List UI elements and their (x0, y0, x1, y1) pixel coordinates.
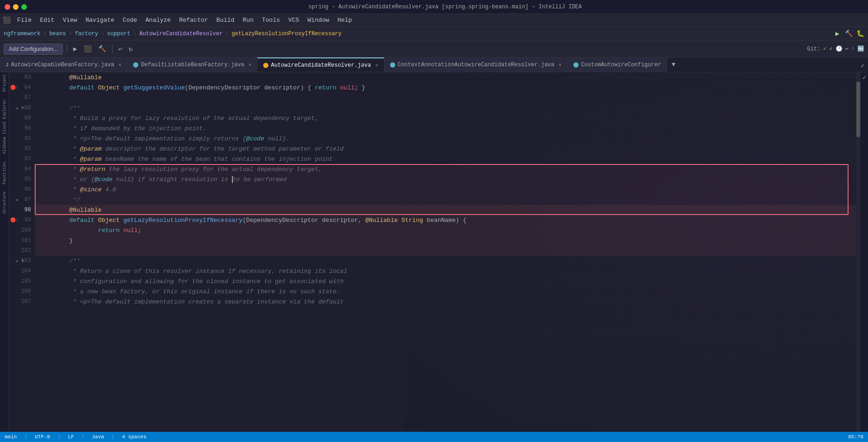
tab-close-2[interactable]: ✕ (375, 62, 378, 68)
menu-item-vcs[interactable]: VCS (285, 15, 303, 25)
build-icon[interactable]: 🔨 (845, 30, 853, 38)
tab-close-1[interactable]: ✕ (249, 62, 252, 68)
line-num-83: 83 (25, 74, 31, 81)
scrollbar-thumb[interactable] (856, 82, 860, 137)
git-push-icon[interactable]: ↑ (851, 46, 855, 52)
menu-item-tools[interactable]: Tools (258, 15, 284, 25)
line-num-89: 89 (25, 115, 31, 121)
status-cursor-pos: 95:70 (848, 434, 863, 440)
status-line-ending[interactable]: LF (68, 434, 74, 440)
tab-close-0[interactable]: ✕ (119, 62, 122, 68)
status-branch[interactable]: main (5, 434, 17, 440)
fold-88[interactable]: ▼ (21, 106, 24, 111)
line-num-92: 92 (25, 145, 31, 152)
tab-icon-4: ⬤ (573, 62, 579, 68)
title-bar: spring – AutowireCandidateResolver.java … (0, 0, 868, 14)
gutter-96: 96 (9, 184, 35, 195)
code-editor[interactable]: @Nullable default Object getSuggestedVal… (35, 72, 856, 432)
structure-label[interactable]: Structure (2, 191, 7, 214)
tab-context-annotation[interactable]: ⬤ ContextAnnotationAutowireCandidateReso… (384, 57, 568, 72)
tab-close-3[interactable]: ✕ (559, 62, 562, 68)
menu-item-view[interactable]: View (59, 15, 81, 25)
menu-item-code[interactable]: Code (119, 15, 141, 25)
left-sidebar: Project Alibaba Cloud Explorer Favorites… (0, 72, 9, 432)
menu-item-build[interactable]: Build (212, 15, 238, 25)
app-logo: ⬛ (3, 16, 11, 24)
breakpoint-84[interactable]: 🔴 (10, 85, 16, 90)
git-check-1: ✓ (823, 45, 826, 52)
breadcrumb-ngframework[interactable]: ngframework (4, 31, 40, 37)
gutter-106: 106 (9, 286, 35, 297)
run-icon[interactable]: ▶ (836, 30, 839, 38)
menu-item-run[interactable]: Run (239, 15, 257, 25)
bookmark-99[interactable]: ↓ (16, 218, 18, 222)
commit-icon[interactable]: ↩ (116, 44, 125, 54)
tab-autowire-candidate[interactable]: ⬤ AutowireCandidateResolver.java ✕ (257, 57, 384, 72)
bookmark-103[interactable]: ◇ (16, 259, 18, 264)
add-configuration-button[interactable]: Add Configuration... (4, 44, 63, 55)
code-line-94: * @return the lazy resolution proxy for … (35, 164, 856, 174)
tab-icon-1: ⬤ (133, 62, 138, 68)
gutter-101: 101 (9, 235, 35, 246)
update-icon[interactable]: ↻ (126, 44, 135, 54)
code-line-104: * Return a clone of this resolver instan… (35, 266, 856, 276)
title-bar-left (5, 4, 27, 10)
fold-103[interactable]: ▼ (21, 259, 24, 264)
tab-autowire-capable[interactable]: J AutowireCapableBeanFactory.java ✕ (0, 57, 127, 72)
gutter-88: ▼ ◇ 88 (9, 103, 35, 113)
line-num-87: 87 (25, 95, 31, 101)
line-num-99: 99 (25, 217, 31, 223)
breadcrumb-class[interactable]: AutowireCandidateResolver (139, 31, 223, 37)
favorites-label[interactable]: Favorites (2, 162, 7, 184)
menu-item-navigate[interactable]: Navigate (82, 15, 118, 25)
build-toolbar-icon[interactable]: 🔨 (96, 44, 108, 54)
bookmark-88[interactable]: ◇ (16, 106, 18, 111)
line-num-101: 101 (21, 237, 31, 244)
git-clock-icon[interactable]: 🕐 (836, 45, 843, 52)
menu-item-help[interactable]: Help (334, 15, 356, 25)
tab-more-button[interactable]: ▼ (667, 57, 680, 72)
menu-item-analyze[interactable]: Analyze (142, 15, 175, 25)
code-line-91: * <p>The default implementation simply r… (35, 133, 856, 144)
tab-defaultlistable[interactable]: ⬤ DefaultListableBeanFactory.java ✕ (127, 57, 257, 72)
line-num-91: 91 (25, 135, 31, 142)
status-language[interactable]: Java (92, 434, 104, 440)
gutter-89: 89 (9, 113, 35, 123)
run-toolbar-icon[interactable]: ▶ (71, 44, 79, 54)
gutter-98: 98 (9, 205, 35, 215)
line-gutter: 83 🔴 ↓ 84 87 ▼ ◇ 88 89 90 91 92 93 94 (9, 72, 35, 432)
menu-item-window[interactable]: Window (304, 15, 333, 25)
debug-icon[interactable]: 🐛 (856, 30, 864, 38)
menu-bar: ⬛ FileEditViewNavigateCodeAnalyzeRefacto… (0, 14, 868, 27)
stop-toolbar-icon[interactable]: ⬛ (81, 44, 94, 54)
cloud-explorer-label[interactable]: Alibaba Cloud Explorer (2, 99, 7, 154)
breadcrumb-beans[interactable]: beans (49, 31, 66, 37)
line-num-102: 102 (21, 247, 31, 254)
git-undo-icon[interactable]: ↩ (845, 45, 849, 52)
breadcrumb-method[interactable]: getLazyResolutionProxyIfNecessary (231, 31, 342, 37)
breadcrumb-support[interactable]: support (107, 31, 130, 37)
vertical-scrollbar[interactable] (856, 72, 861, 432)
breadcrumb-factory[interactable]: factory (75, 31, 98, 37)
editor-check-icon: ✓ (857, 60, 868, 72)
close-button[interactable] (5, 4, 10, 10)
status-indent[interactable]: 4 spaces (122, 434, 146, 440)
maximize-button[interactable] (21, 4, 27, 10)
breakpoint-99[interactable]: 🔴 (10, 217, 16, 223)
status-encoding[interactable]: UTF-8 (35, 434, 50, 440)
project-sidebar-label[interactable]: Project (2, 74, 7, 92)
gutter-91: 91 (9, 133, 35, 144)
minimize-button[interactable] (13, 4, 19, 10)
menu-item-edit[interactable]: Edit (36, 15, 58, 25)
menu-item-file[interactable]: File (13, 15, 35, 25)
fold-end-97[interactable]: ◇ (16, 197, 18, 202)
tab-custom-autowire[interactable]: ⬤ CustomAutowireConfigurer (568, 57, 667, 72)
line-num-84: 84 (25, 84, 31, 91)
bookmark-84[interactable]: ↓ (16, 85, 18, 90)
line-num-97: 97 (25, 196, 31, 203)
tab-label-2: AutowireCandidateResolver.java (271, 62, 371, 69)
menu-item-refactor[interactable]: Refactor (175, 15, 212, 25)
translate-icon[interactable]: 🔤 (857, 45, 864, 52)
gutter-99: 🔴 ↓ 99 (9, 215, 35, 225)
code-line-89: * Build a proxy for lazy resolution of t… (35, 113, 856, 123)
